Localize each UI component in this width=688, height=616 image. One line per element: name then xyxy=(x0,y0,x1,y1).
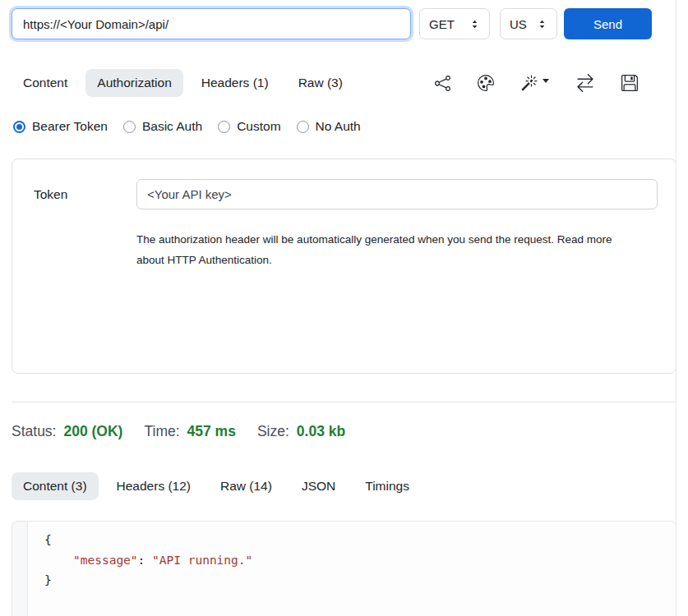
status-value: 200 (OK) xyxy=(63,423,122,440)
request-tabs: Content Authorization Headers (1) Raw (3… xyxy=(12,69,676,97)
method-select[interactable]: GET xyxy=(419,8,490,39)
magic-wand-icon[interactable] xyxy=(521,75,549,91)
response-tabs: Content (3) Headers (12) Raw (14) JSON T… xyxy=(12,472,676,500)
response-status-row: Status: 200 (OK) Time: 457 ms Size: 0.03… xyxy=(12,423,676,440)
json-value: "API running." xyxy=(152,554,252,567)
send-button[interactable]: Send xyxy=(564,8,652,39)
status-label: Status: xyxy=(12,423,56,440)
method-select-value: GET xyxy=(429,17,455,31)
radio-unchecked-icon[interactable] xyxy=(297,121,309,133)
tab-response-timings[interactable]: Timings xyxy=(353,472,421,500)
bearer-token-panel: Token The authorization header will be a… xyxy=(12,159,676,374)
token-help-line2: about HTTP Authentication. xyxy=(136,250,630,270)
page-right-border xyxy=(676,0,676,616)
tab-content[interactable]: Content xyxy=(12,69,79,97)
token-input[interactable] xyxy=(136,179,658,209)
json-separator: : xyxy=(138,554,152,567)
json-key: "message" xyxy=(73,554,138,567)
palette-icon[interactable] xyxy=(478,75,494,91)
size-label: Size: xyxy=(257,423,289,440)
auth-option-basic-auth[interactable]: Basic Auth xyxy=(123,119,202,134)
code-line-message: "message": "API running." xyxy=(44,550,252,571)
token-help-line1: The authorization header will be automat… xyxy=(136,229,630,250)
region-select[interactable]: US xyxy=(500,8,557,39)
request-bar: GET US Send xyxy=(12,8,676,39)
url-input[interactable] xyxy=(12,8,411,39)
save-icon[interactable] xyxy=(621,75,638,91)
auth-option-bearer-token[interactable]: Bearer Token xyxy=(13,119,108,134)
tab-response-json[interactable]: JSON xyxy=(290,472,347,500)
caret-down-icon xyxy=(543,79,549,83)
code-gutter xyxy=(12,522,28,616)
auth-option-label: Custom xyxy=(237,119,280,134)
auth-option-custom[interactable]: Custom xyxy=(218,119,280,134)
tab-headers[interactable]: Headers (1) xyxy=(190,69,280,97)
share-icon[interactable] xyxy=(435,76,450,91)
auth-option-no-auth[interactable]: No Auth xyxy=(297,119,361,134)
swap-arrows-icon[interactable] xyxy=(576,74,594,92)
size-value: 0.03 kb xyxy=(297,423,345,440)
tab-response-raw[interactable]: Raw (14) xyxy=(209,472,284,500)
region-select-value: US xyxy=(510,17,527,31)
request-toolbar xyxy=(435,74,676,92)
auth-option-label: Basic Auth xyxy=(142,119,202,134)
time-value: 457 ms xyxy=(187,423,236,440)
tab-response-content[interactable]: Content (3) xyxy=(12,472,99,500)
auth-type-options: Bearer Token Basic Auth Custom No Auth xyxy=(13,119,675,134)
radio-unchecked-icon[interactable] xyxy=(218,121,230,133)
code-line-open: { xyxy=(44,530,252,550)
section-divider xyxy=(12,402,676,402)
tab-raw[interactable]: Raw (3) xyxy=(287,69,354,97)
response-json-body: { "message": "API running." } xyxy=(28,522,252,616)
token-label: Token xyxy=(34,187,136,202)
select-arrows-icon xyxy=(537,19,547,30)
tab-response-headers[interactable]: Headers (12) xyxy=(105,472,202,500)
select-arrows-icon xyxy=(469,19,480,30)
radio-unchecked-icon[interactable] xyxy=(123,121,136,133)
response-body-code-block: { "message": "API running." } xyxy=(12,521,676,616)
auth-option-label: Bearer Token xyxy=(32,119,108,134)
time-label: Time: xyxy=(144,423,179,440)
token-help-text: The authorization header will be automat… xyxy=(136,229,630,270)
code-line-close: } xyxy=(44,570,252,591)
radio-checked-icon[interactable] xyxy=(13,121,25,133)
tab-authorization[interactable]: Authorization xyxy=(85,69,182,97)
auth-option-label: No Auth xyxy=(316,119,361,134)
